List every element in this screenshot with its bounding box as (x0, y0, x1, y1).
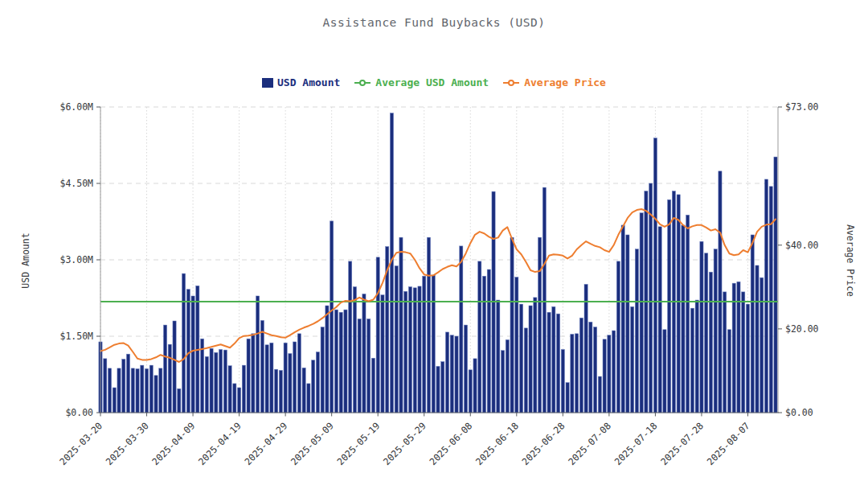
usd-amount-bar (542, 187, 546, 413)
usd-amount-bar (455, 336, 458, 413)
usd-amount-bar (524, 328, 527, 413)
usd-amount-bar (534, 298, 537, 413)
usd-amount-bar (381, 295, 384, 413)
usd-amount-bar (122, 360, 125, 413)
usd-amount-bar (705, 253, 708, 413)
usd-amount-bar (584, 284, 588, 413)
usd-amount-bar (621, 225, 624, 413)
legend-item-usd-amount: USD Amount (262, 76, 340, 88)
usd-amount-bar (760, 278, 764, 413)
usd-amount-bar (136, 369, 139, 413)
usd-amount-bar (117, 368, 121, 413)
usd-amount-bar (695, 300, 698, 413)
usd-amount-bar (487, 269, 490, 413)
usd-amount-bar (358, 319, 361, 413)
usd-amount-bar (210, 348, 213, 413)
usd-amount-bar (589, 322, 592, 413)
usd-amount-bar (168, 344, 171, 413)
left-axis-tick-label: $0.00 (65, 407, 93, 418)
usd-amount-bar (427, 237, 430, 413)
right-axis-label: Average Price (845, 216, 856, 305)
usd-amount-bar (719, 171, 722, 413)
usd-amount-bar (182, 273, 185, 413)
usd-amount-bar (556, 314, 559, 413)
bar-swatch-icon (262, 78, 273, 88)
x-axis-tick-label: 2025-06-28 (520, 420, 567, 467)
usd-amount-bar (228, 366, 231, 413)
usd-amount-bar (769, 187, 772, 413)
usd-amount-bar (191, 296, 194, 413)
usd-amount-bar (344, 310, 347, 413)
usd-amount-bar (478, 261, 481, 413)
x-axis-tick-label: 2025-03-30 (104, 420, 151, 467)
usd-amount-bar (700, 241, 703, 413)
usd-amount-bar (640, 213, 643, 413)
usd-amount-bar (131, 368, 134, 413)
usd-amount-bar (579, 318, 583, 413)
usd-amount-bar (709, 272, 712, 413)
usd-amount-bar (330, 221, 334, 413)
usd-amount-bar (247, 339, 250, 413)
usd-amount-bar (464, 325, 467, 413)
usd-amount-bar (362, 294, 366, 413)
x-axis-tick-label: 2025-06-18 (473, 420, 521, 467)
left-axis-label: USD Amount (20, 216, 31, 305)
usd-amount-bar (404, 291, 407, 413)
usd-amount-bar (742, 292, 745, 413)
usd-amount-bar (482, 276, 485, 413)
usd-amount-bar (631, 306, 634, 413)
usd-amount-bar (649, 183, 653, 413)
chart-legend: USD Amount Average USD Amount Average Pr… (0, 76, 868, 88)
x-axis-tick-label: 2025-04-29 (242, 420, 289, 467)
x-axis-tick-label: 2025-08-07 (705, 420, 752, 467)
usd-amount-bar (727, 330, 731, 413)
usd-amount-bar (473, 359, 477, 413)
usd-amount-bar (186, 290, 190, 413)
usd-amount-bar (774, 157, 777, 413)
usd-amount-bar (293, 342, 297, 413)
usd-amount-bar (233, 384, 236, 413)
usd-amount-bar (668, 199, 671, 413)
line-marker-icon (354, 79, 371, 87)
usd-amount-bar (205, 356, 208, 413)
usd-amount-bar (653, 138, 657, 413)
usd-amount-bar (510, 237, 514, 413)
usd-amount-bar (616, 261, 620, 413)
usd-amount-bar (408, 287, 411, 413)
usd-amount-bar (626, 235, 629, 413)
usd-amount-bar (764, 179, 768, 413)
x-axis-tick-label: 2025-04-19 (196, 420, 244, 467)
legend-label: Average Price (524, 76, 606, 88)
usd-amount-bar (113, 388, 116, 413)
usd-amount-bar (178, 388, 181, 413)
usd-amount-bar (746, 304, 749, 413)
buybacks-chart-root: Assistance Fund Buybacks (USD) USD Amoun… (0, 0, 868, 481)
usd-amount-bar (432, 275, 435, 413)
usd-amount-bar (154, 376, 158, 413)
usd-amount-bar (260, 320, 264, 413)
usd-amount-bar (289, 354, 292, 413)
usd-amount-bar (145, 369, 148, 413)
usd-amount-bar (367, 319, 371, 413)
usd-amount-bar (126, 354, 129, 413)
usd-amount-bar (159, 368, 162, 413)
x-axis-tick-label: 2025-07-28 (658, 420, 706, 467)
usd-amount-bar (732, 283, 735, 413)
usd-amount-bar (173, 321, 176, 413)
usd-amount-bar (561, 349, 564, 413)
usd-amount-bar (242, 365, 245, 413)
left-axis-tick-label: $6.00M (59, 101, 93, 113)
legend-label: Average USD Amount (375, 76, 489, 88)
usd-amount-bar (635, 249, 638, 413)
usd-amount-bar (284, 343, 287, 413)
right-axis-tick-label: $40.00 (785, 240, 819, 251)
legend-item-average-price: Average Price (502, 76, 606, 88)
usd-amount-bar (316, 352, 319, 413)
usd-amount-bar (566, 383, 569, 413)
usd-amount-bar (321, 327, 324, 413)
usd-amount-bar (413, 288, 416, 413)
usd-amount-bar (163, 325, 166, 413)
usd-amount-bar (349, 261, 352, 413)
usd-amount-bar (677, 195, 680, 413)
chart-plot-area: $0.00$1.50M$3.00M$4.50M$6.00M$0.00$20.00… (0, 0, 868, 481)
